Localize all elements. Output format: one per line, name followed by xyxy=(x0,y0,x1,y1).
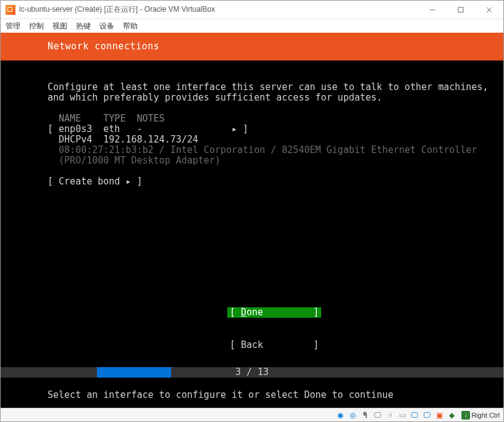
back-button[interactable]: [ Back ] xyxy=(227,340,322,350)
shared-folders-icon[interactable]: ▭ xyxy=(397,410,407,420)
hint-text: Select an interface to configure it or s… xyxy=(1,378,503,408)
host-key-label: Right Ctrl xyxy=(471,412,500,419)
intro-line-1: Configure at least one interface this se… xyxy=(48,81,488,93)
vm-display[interactable]: Network connections Configure at least o… xyxy=(1,33,503,408)
create-bond-button[interactable]: [ Create bond ▸ ] xyxy=(48,176,143,187)
progress-fill xyxy=(97,367,171,378)
hardware-line-1: 08:00:27:21:b3:b2 / Intel Corporation / … xyxy=(48,144,477,155)
usb-icon[interactable]: ⑁ xyxy=(385,410,395,420)
menu-devices[interactable]: 设备 xyxy=(99,21,114,31)
installer-body: Configure at least one interface this se… xyxy=(1,60,503,187)
recording-icon[interactable]: 🖵 xyxy=(422,410,432,420)
display-icon[interactable]: 🖵 xyxy=(410,410,419,420)
hostkey-arrow-icon: ↓ xyxy=(461,411,470,420)
maximize-button[interactable] xyxy=(447,1,475,19)
optical-disk-icon[interactable]: ◎ xyxy=(348,410,358,420)
intro-line-2: and which preferably provides sufficient… xyxy=(48,92,382,103)
audio-icon[interactable]: 🖣 xyxy=(360,410,370,420)
done-button[interactable]: [ Done ] xyxy=(227,307,322,318)
dhcp-row: DHCPv4 192.168.124.73/24 xyxy=(48,134,198,145)
installer-header: Network connections xyxy=(1,33,503,60)
window-buttons xyxy=(418,1,503,19)
menu-control[interactable]: 控制 xyxy=(29,21,44,31)
menu-hotkeys[interactable]: 热键 xyxy=(76,21,91,31)
statusbar: ◉ ◎ 🖣 🖵 ⑁ ▭ 🖵 🖵 ▣ ◆ ↓ Right Ctrl xyxy=(1,408,503,421)
close-icon xyxy=(486,7,492,13)
hardware-line-2: (PRO/1000 MT Desktop Adapter) xyxy=(48,155,220,166)
minimize-button[interactable] xyxy=(418,1,447,19)
progress-text: 3 / 13 xyxy=(235,367,269,378)
minimize-icon xyxy=(429,7,435,13)
menu-manage[interactable]: 管理 xyxy=(6,21,20,31)
titlebar: lc-ubuntu-server (Create) [正在运行] - Oracl… xyxy=(1,1,503,19)
virtualbox-app-icon xyxy=(6,5,15,15)
host-key-indicator[interactable]: ↓ Right Ctrl xyxy=(459,411,500,420)
close-button[interactable] xyxy=(475,1,503,19)
maximize-icon xyxy=(458,7,464,13)
interface-row[interactable]: [ enp0s3 eth - ▸ ] xyxy=(48,123,248,134)
window-title: lc-ubuntu-server (Create) [正在运行] - Oracl… xyxy=(19,4,215,15)
vm-state-icon[interactable]: ▣ xyxy=(434,410,444,420)
progress-bar: 3 / 13 xyxy=(1,367,503,378)
menu-view[interactable]: 视图 xyxy=(52,21,67,31)
mouse-integration-icon[interactable]: ◆ xyxy=(447,410,456,420)
installer-footer: [ Done ] [ Back ] 3 / 13 Select an inter… xyxy=(1,297,503,408)
hard-disk-icon[interactable]: ◉ xyxy=(335,410,345,420)
network-icon[interactable]: 🖵 xyxy=(372,410,382,420)
menu-help[interactable]: 帮助 xyxy=(123,21,138,31)
column-headers: NAME TYPE NOTES xyxy=(48,113,165,124)
svg-rect-1 xyxy=(458,7,463,12)
virtualbox-window: lc-ubuntu-server (Create) [正在运行] - Oracl… xyxy=(0,0,504,422)
menubar: 管理 控制 视图 热键 设备 帮助 xyxy=(1,19,503,33)
